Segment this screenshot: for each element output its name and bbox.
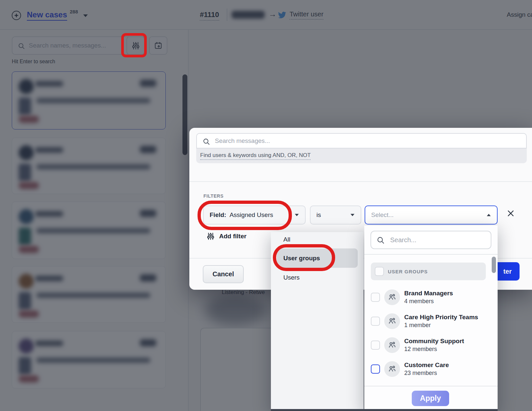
- group-checkbox[interactable]: [371, 317, 380, 326]
- add-filter-label: Add filter: [219, 233, 246, 240]
- group-members: 1 member: [404, 322, 478, 329]
- filters-section-label: FILTERS: [203, 193, 224, 199]
- group-row[interactable]: Community Support 12 members: [371, 336, 492, 355]
- filter-field-dropdown[interactable]: Field: Assigned Users: [203, 206, 306, 225]
- window-bottom-edge: [271, 409, 498, 411]
- value-placeholder: Select...: [371, 211, 394, 219]
- group-checkbox[interactable]: [371, 293, 380, 302]
- field-label: Field:: [210, 211, 226, 219]
- group-header-label: USER GROUPS: [388, 269, 428, 274]
- modal-search-input[interactable]: [215, 134, 464, 148]
- group-search-input[interactable]: [390, 231, 485, 248]
- group-name: Community Support: [404, 338, 464, 345]
- search-syntax-hint: Find users & keywords using AND, OR, NOT: [196, 148, 527, 163]
- panel-divider: [364, 386, 498, 386]
- menu-item-all[interactable]: All: [283, 236, 290, 243]
- app-root: New cases 288 #1110 → Twitter user Assig…: [0, 0, 532, 411]
- menu-item-user-groups[interactable]: User groups: [283, 255, 320, 262]
- apply-button[interactable]: Apply: [412, 391, 449, 406]
- remove-filter-icon[interactable]: [506, 209, 515, 218]
- chevron-down-icon: [295, 214, 299, 216]
- chevron-up-icon: [487, 214, 491, 216]
- sliders-icon: [206, 232, 215, 241]
- operator-value: is: [316, 211, 321, 219]
- user-group-icon: [384, 289, 400, 305]
- user-group-icon: [384, 361, 400, 377]
- modal-divider: [189, 181, 532, 182]
- group-checkbox[interactable]: [371, 341, 380, 350]
- group-name: Care High Priority Teams: [404, 314, 478, 321]
- group-checkbox-focused[interactable]: [371, 364, 380, 374]
- group-members: 4 members: [404, 298, 453, 305]
- group-members: 23 members: [404, 370, 449, 377]
- modal-search-box: [196, 133, 527, 148]
- user-group-icon: [384, 337, 400, 353]
- user-group-icon: [384, 313, 400, 329]
- group-row[interactable]: Care High Priority Teams 1 member: [371, 312, 492, 331]
- group-header-row: USER GROUPS: [371, 263, 486, 280]
- group-name: Brand Managers: [404, 290, 453, 297]
- panel-scrollbar[interactable]: [492, 257, 496, 273]
- cancel-button[interactable]: Cancel: [203, 265, 244, 283]
- group-row[interactable]: Customer Care 23 members: [371, 360, 492, 379]
- menu-item-users[interactable]: Users: [283, 274, 300, 281]
- chevron-down-icon: [351, 214, 354, 216]
- group-list: USER GROUPS Brand Managers 4 members Car…: [364, 254, 498, 386]
- field-value: Assigned Users: [230, 211, 273, 219]
- filter-operator-dropdown[interactable]: is: [310, 206, 361, 225]
- group-search-box: [370, 231, 491, 249]
- select-all-checkbox[interactable]: [375, 267, 384, 276]
- value-select-panel: USER GROUPS Brand Managers 4 members Car…: [364, 225, 498, 411]
- filter-value-dropdown[interactable]: Select...: [365, 206, 498, 225]
- add-filter-button[interactable]: Add filter: [206, 232, 246, 241]
- value-type-menu: All User groups Users: [271, 232, 364, 411]
- group-row[interactable]: Brand Managers 4 members: [371, 288, 492, 307]
- group-members: 12 members: [404, 346, 464, 353]
- group-name: Customer Care: [404, 362, 449, 369]
